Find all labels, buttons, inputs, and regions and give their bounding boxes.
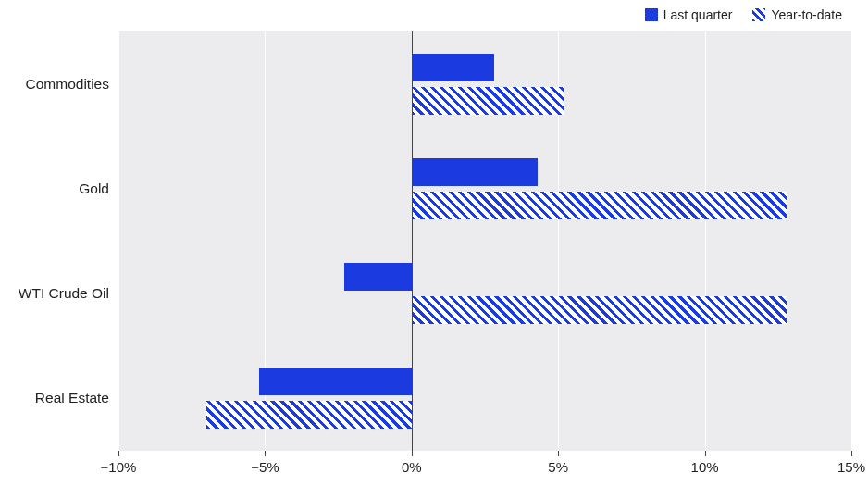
bar-year-to-date [206,401,412,429]
x-tick-label: 5% [548,459,568,475]
bar-last-quarter [259,368,412,395]
legend: Last quarter Year-to-date [645,7,842,22]
legend-label: Last quarter [663,7,733,22]
x-tick-mark [265,451,266,456]
x-tick-mark [558,451,559,456]
legend-item-last-quarter: Last quarter [645,7,733,22]
zero-axis [412,31,414,451]
grid-line [118,31,119,451]
bar-year-to-date [412,87,564,115]
category-label: Commodities [26,76,109,93]
bar-last-quarter [344,263,412,291]
x-tick-label: 10% [691,459,719,475]
legend-label: Year-to-date [771,7,842,22]
grid-line [851,31,852,451]
x-tick-mark [851,451,852,456]
category-label: Real Estate [35,390,109,406]
x-tick-label: −5% [251,459,279,475]
bar-last-quarter [412,158,538,186]
plot-area: −10%−5%0%5%10%15%CommoditiesGoldWTI Crud… [118,31,851,451]
x-tick-mark [705,451,706,456]
x-tick-mark [118,451,119,456]
bar-last-quarter [412,54,494,81]
category-label: Gold [79,181,109,197]
chart-container: Last quarter Year-to-date −10%−5%0%5%10%… [0,0,868,486]
x-tick-label: 0% [402,459,422,475]
legend-item-year-to-date: Year-to-date [752,7,842,22]
bar-year-to-date [412,296,787,324]
x-tick-mark [412,451,413,456]
x-tick-label: 15% [837,459,865,475]
grid-line [705,31,706,451]
x-tick-label: −10% [101,459,137,475]
bar-year-to-date [412,192,787,219]
legend-swatch-hatch [752,8,765,21]
legend-swatch-solid [645,8,658,21]
category-label: WTI Crude Oil [19,285,109,302]
